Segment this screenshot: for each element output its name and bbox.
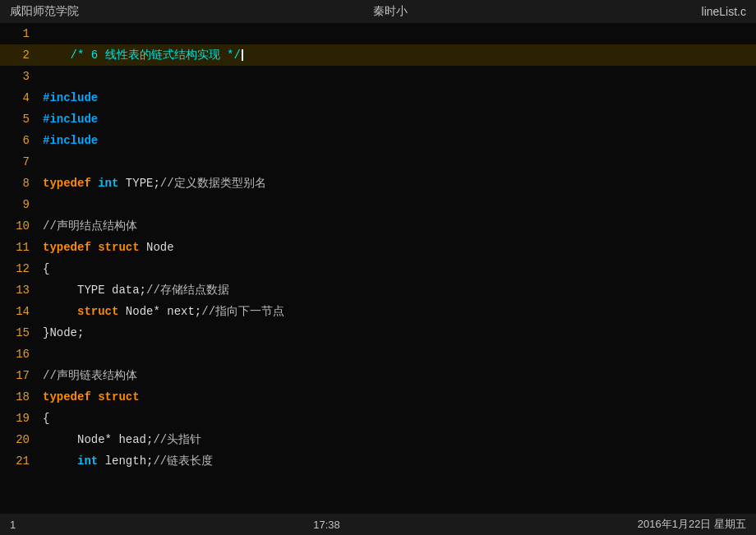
code-line: 7 (0, 151, 756, 173)
line-content: typedef int TYPE;//定义数据类型别名 (43, 176, 756, 191)
code-line: 8typedef int TYPE;//定义数据类型别名 (0, 173, 756, 194)
line-number: 15 (0, 326, 43, 339)
line-number-status: 1 (10, 519, 16, 531)
line-content: #include (43, 91, 756, 104)
code-line: 10//声明结点结构体 (0, 215, 756, 237)
code-line: 12{ (0, 258, 756, 279)
code-line: 14 struct Node* next;//指向下一节点 (0, 301, 756, 322)
line-content: struct Node* next;//指向下一节点 (43, 304, 756, 319)
line-number: 2 (0, 48, 43, 62)
line-content: { (43, 412, 756, 425)
line-number: 13 (0, 284, 43, 297)
date-display: 2016年1月22日 星期五 (638, 517, 746, 532)
code-line: 13 TYPE data;//存储结点数据 (0, 279, 756, 301)
text-cursor (242, 49, 243, 61)
line-content: /* 6 线性表的链式结构实现 */ (43, 48, 756, 62)
code-line: 3 (0, 66, 756, 87)
code-area: 12 /* 6 线性表的链式结构实现 */34#include 5#includ… (0, 23, 756, 514)
line-number: 12 (0, 262, 43, 275)
code-line: 1 (0, 23, 756, 44)
top-bar: 咸阳师范学院 秦时小 lineList.c (0, 0, 756, 23)
line-number: 3 (0, 70, 43, 83)
time-display: 17:38 (313, 519, 340, 531)
code-line: 16 (0, 344, 756, 365)
line-number: 8 (0, 177, 43, 190)
filename: lineList.c (702, 5, 746, 18)
line-number: 19 (0, 412, 43, 425)
code-line: 20 Node* head;//头指针 (0, 429, 756, 450)
line-content: //声明结点结构体 (43, 219, 756, 233)
code-line: 9 (0, 194, 756, 215)
line-number: 5 (0, 113, 43, 126)
code-line: 11typedef struct Node (0, 237, 756, 258)
code-line: 17//声明链表结构体 (0, 365, 756, 386)
code-line: 5#include (0, 108, 756, 130)
line-number: 1 (0, 27, 43, 40)
line-content: }Node; (43, 326, 756, 339)
line-content: TYPE data;//存储结点数据 (43, 283, 756, 297)
code-line: 6#include (0, 130, 756, 151)
line-number: 9 (0, 198, 43, 211)
line-number: 6 (0, 134, 43, 147)
line-content: Node* head;//头指针 (43, 432, 756, 447)
line-content: int length;//链表长度 (43, 454, 756, 468)
line-number: 18 (0, 390, 43, 404)
line-number: 7 (0, 155, 43, 168)
line-number: 17 (0, 369, 43, 382)
line-content: typedef struct Node (43, 241, 756, 254)
code-line: 15}Node; (0, 322, 756, 344)
code-line: 21 int length;//链表长度 (0, 450, 756, 472)
code-line: 2 /* 6 线性表的链式结构实现 */ (0, 44, 756, 66)
line-number: 16 (0, 348, 43, 361)
line-number: 21 (0, 454, 43, 468)
line-number: 4 (0, 91, 43, 104)
line-content: { (43, 262, 756, 275)
code-line: 4#include (0, 87, 756, 108)
author-name: 秦时小 (373, 4, 408, 19)
code-line: 18typedef struct (0, 386, 756, 408)
line-number: 20 (0, 433, 43, 446)
code-line: 19{ (0, 408, 756, 429)
line-content: #include (43, 113, 756, 126)
bottom-bar: 1 17:38 2016年1月22日 星期五 (0, 514, 756, 535)
line-content: typedef struct (43, 390, 756, 404)
line-number: 10 (0, 219, 43, 233)
line-content: //声明链表结构体 (43, 368, 756, 383)
line-number: 11 (0, 241, 43, 254)
line-content: #include (43, 134, 756, 147)
school-name: 咸阳师范学院 (10, 4, 79, 19)
line-number: 14 (0, 305, 43, 318)
